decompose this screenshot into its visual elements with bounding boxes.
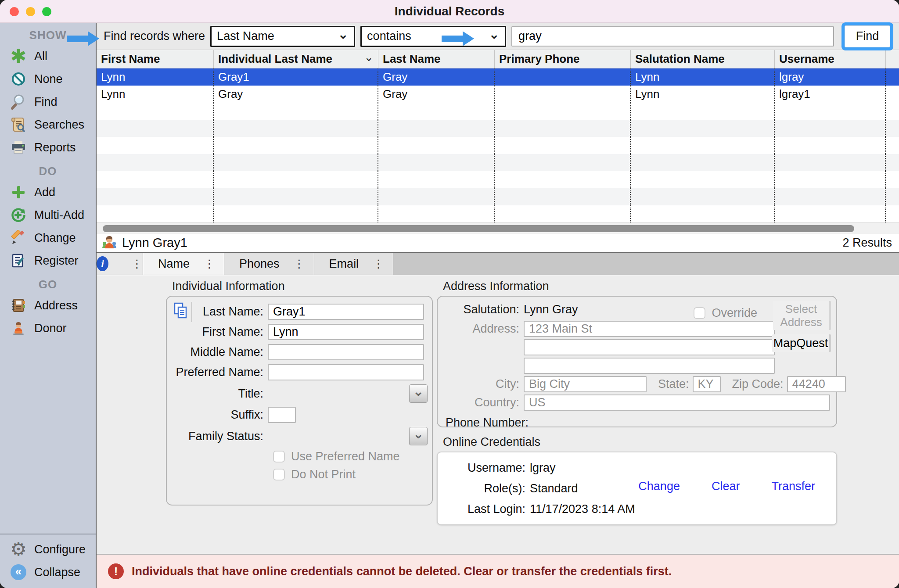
column-header-username[interactable]: Username [775, 50, 886, 68]
city-label: City: [438, 377, 524, 391]
sidebar-item-find[interactable]: Find [0, 90, 96, 113]
sidebar-item-none[interactable]: None [0, 68, 96, 90]
kebab-icon[interactable]: ⋮ [294, 257, 305, 271]
close-window-button[interactable] [10, 7, 19, 16]
tab-name[interactable]: Name ⋮ [143, 253, 224, 275]
use-preferred-name-checkbox[interactable] [273, 451, 285, 463]
preferred-name-input[interactable] [268, 364, 424, 380]
sidebar-item-all[interactable]: ✱ All [0, 45, 96, 68]
app-window: Individual Records SHOW ✱ All None Find [0, 0, 899, 588]
column-header-last-name[interactable]: Last Name [378, 50, 495, 68]
use-preferred-name-label: Use Preferred Name [291, 450, 400, 463]
address-book-icon [10, 297, 27, 314]
pencil-icon [10, 229, 27, 247]
window-title: Individual Records [395, 4, 505, 18]
clear-credentials-link[interactable]: Clear [712, 480, 740, 493]
horizontal-scrollbar-thumb[interactable] [103, 225, 854, 232]
sidebar-item-collapse[interactable]: « Collapse [0, 561, 96, 584]
phone-number-label: Phone Number: [438, 416, 529, 430]
state-input[interactable] [693, 376, 721, 392]
find-toolbar: Find records where Last Name ⌄ contains … [97, 23, 899, 50]
printer-icon [10, 139, 27, 156]
sort-chevron-icon: ⌄ [364, 50, 374, 64]
zoom-window-button[interactable] [42, 7, 51, 16]
column-header-individual-last-name[interactable]: Individual Last Name⌄ [214, 50, 378, 68]
override-checkbox[interactable] [694, 307, 705, 319]
title-label: Title: [167, 387, 268, 401]
city-input[interactable] [524, 376, 647, 392]
kebab-icon[interactable]: ⋮ [131, 257, 143, 271]
sidebar-item-label: Change [34, 231, 76, 245]
roles-value: Standard [530, 482, 578, 495]
sidebar-item-label: All [34, 50, 47, 63]
table-header-row: First Name Individual Last Name⌄ Last Na… [97, 50, 899, 68]
multi-add-icon [10, 206, 27, 224]
minimize-window-button[interactable] [26, 7, 35, 16]
content: Find records where Last Name ⌄ contains … [97, 23, 899, 588]
first-name-input[interactable] [268, 324, 424, 340]
table-row[interactable]: Lynn Gray Gray Lynn lgray1 [97, 86, 899, 103]
results-table: First Name Individual Last Name⌄ Last Na… [97, 50, 899, 222]
asterisk-icon: ✱ [10, 47, 27, 65]
table-row-empty [97, 154, 899, 171]
last-name-input[interactable] [268, 304, 424, 320]
change-credentials-link[interactable]: Change [638, 480, 680, 493]
salutation-label: Salutation: [438, 303, 524, 316]
magnifier-icon [10, 93, 27, 111]
copy-record-icon[interactable] [173, 302, 192, 322]
gear-icon: ⚙ [10, 541, 27, 558]
select-address-button[interactable]: Select Address [773, 301, 831, 330]
sidebar-item-label: Configure [34, 543, 86, 556]
suffix-input[interactable] [268, 407, 296, 423]
family-status-dropdown-button[interactable]: ⌄ [409, 427, 428, 445]
sidebar-item-reports[interactable]: Reports [0, 136, 96, 159]
error-icon: ! [108, 563, 124, 579]
chevron-down-icon: ⌄ [338, 30, 349, 39]
sidebar-item-label: Address [34, 299, 78, 312]
alert-message: Individuals that have online credentials… [132, 565, 672, 578]
middle-name-input[interactable] [268, 344, 424, 360]
table-header-gutter [886, 50, 899, 68]
no-circle-icon [10, 70, 27, 88]
do-not-print-checkbox[interactable] [273, 469, 285, 480]
address-line1-input[interactable] [524, 321, 775, 337]
kebab-icon[interactable]: ⋮ [373, 257, 384, 271]
kebab-icon[interactable]: ⋮ [204, 257, 215, 271]
find-button[interactable]: Find [845, 25, 890, 47]
sidebar-item-donor[interactable]: Donor [0, 317, 96, 340]
column-header-first-name[interactable]: First Name [97, 50, 214, 68]
field-select[interactable]: Last Name ⌄ [210, 26, 355, 47]
sidebar-item-change[interactable]: Change [0, 226, 96, 249]
last-login-value: 11/17/2023 8:14 AM [530, 502, 635, 516]
tab-phones[interactable]: Phones ⋮ [224, 253, 314, 275]
country-input[interactable] [524, 394, 830, 411]
title-dropdown-button[interactable]: ⌄ [409, 384, 428, 403]
zip-input[interactable] [787, 376, 846, 392]
sidebar: SHOW ✱ All None Find Se [0, 23, 97, 588]
address-line2-input[interactable] [524, 339, 775, 355]
sidebar-item-label: Searches [34, 118, 84, 132]
tab-email[interactable]: Email ⋮ [314, 253, 394, 275]
sidebar-item-searches[interactable]: Searches [0, 113, 96, 136]
info-tab[interactable]: i ⋮ [97, 253, 143, 275]
operator-select[interactable]: contains ⌄ [360, 26, 506, 47]
column-header-salutation-name[interactable]: Salutation Name [631, 50, 775, 68]
sidebar-item-multi-add[interactable]: Multi-Add [0, 204, 96, 226]
annotation-arrow-operator-select [442, 31, 474, 46]
table-row[interactable]: Lynn Gray1 Gray Lynn lgray [97, 68, 899, 86]
sidebar-item-label: Reports [34, 141, 76, 154]
sidebar-footer: ⚙ Configure « Collapse [0, 534, 96, 588]
transfer-credentials-link[interactable]: Transfer [771, 480, 815, 493]
zip-label: Zip Code: [721, 377, 787, 391]
mapquest-button[interactable]: MapQuest [772, 334, 831, 352]
sidebar-item-add[interactable]: Add [0, 181, 96, 204]
sidebar-item-label: Find [34, 95, 58, 109]
search-query-input[interactable] [511, 26, 834, 47]
sidebar-section-go: GO [0, 275, 96, 294]
sidebar-item-register[interactable]: Register [0, 249, 96, 272]
column-header-primary-phone[interactable]: Primary Phone [495, 50, 631, 68]
record-name: Lynn Gray1 [122, 236, 187, 250]
sidebar-item-address[interactable]: Address [0, 294, 96, 317]
sidebar-item-configure[interactable]: ⚙ Configure [0, 538, 96, 561]
address-line3-input[interactable] [524, 358, 775, 374]
